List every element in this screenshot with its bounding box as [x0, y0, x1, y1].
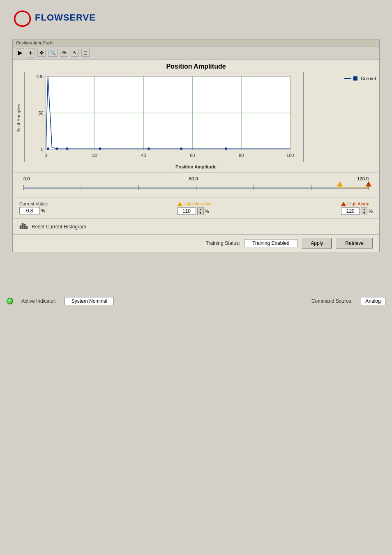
high-warning-down[interactable]: ▼	[198, 211, 203, 215]
chart-toolbar: ▶ + ✥ 🔍 ⊕ ↖ □	[13, 46, 379, 60]
high-warning-group: High Warning: ▲ ▼ %	[178, 201, 212, 215]
svg-rect-17	[56, 148, 58, 150]
high-warning-label-container: High Warning:	[178, 201, 212, 206]
svg-rect-16	[47, 148, 49, 150]
slider-tick-2	[138, 185, 139, 190]
legend-label: Current	[361, 76, 376, 81]
svg-rect-21	[180, 148, 182, 150]
reset-histogram-label: Reset Current Histogram	[32, 224, 86, 230]
cursor-button[interactable]: ↖	[71, 49, 79, 57]
separator-line	[12, 277, 380, 277]
svg-rect-23	[20, 226, 21, 229]
histogram-icon[interactable]	[19, 221, 28, 232]
chart-wrapper: % of Samples	[16, 72, 376, 164]
cross-button[interactable]: +	[27, 48, 35, 58]
training-status-value: Training Enabled	[244, 239, 297, 247]
command-source-value: Analog	[361, 297, 385, 305]
svg-text:100: 100	[36, 74, 44, 79]
high-alarm-group: High Alarm: ▲ ▼ %	[341, 201, 373, 215]
slider-tick-4	[254, 185, 254, 190]
current-value-input[interactable]	[19, 207, 40, 214]
logo-area: FLOWSERVE	[0, 0, 392, 35]
chart-title: Position Amplitude	[16, 63, 376, 70]
histogram-svg-icon	[19, 221, 28, 230]
svg-text:100: 100	[286, 153, 294, 158]
current-value-unit: %	[41, 208, 45, 213]
training-row: Training Status: Training Enabled Apply …	[13, 234, 379, 252]
slider-scale: 0.0 60.0 120.0	[19, 176, 373, 181]
svg-text:0: 0	[41, 147, 44, 152]
slider-tick-5	[311, 185, 311, 190]
svg-rect-22	[225, 148, 227, 150]
apply-button[interactable]: Apply	[302, 238, 332, 249]
high-warning-spinner[interactable]: ▲ ▼	[197, 207, 204, 215]
legend-color-line	[344, 78, 351, 79]
slider-max-label: 120.0	[357, 176, 369, 181]
status-bar: Active Indicator: System Nominal Command…	[0, 294, 392, 309]
panel-title: Position Amplitude	[13, 39, 379, 46]
alarm-triangle-icon	[341, 202, 346, 206]
svg-rect-25	[24, 224, 25, 229]
svg-text:40: 40	[141, 153, 146, 158]
high-alarm-down[interactable]: ▼	[361, 211, 367, 215]
slider-alarm-triangle	[366, 181, 371, 187]
values-row: Current Value: % High Warning: ▲	[13, 198, 379, 219]
high-alarm-spinner[interactable]: ▲ ▼	[361, 207, 367, 215]
current-value-input-group: %	[19, 207, 48, 214]
training-status-label: Training Status:	[206, 240, 240, 246]
flowserve-logo-icon	[12, 8, 33, 27]
current-value-label: Current Value:	[19, 201, 48, 206]
command-source-label: Command Source:	[311, 298, 353, 304]
zoom-in-button[interactable]: ⊕	[60, 49, 68, 56]
svg-text:50: 50	[39, 111, 44, 115]
svg-rect-24	[22, 223, 23, 229]
x-axis-label: Position Amplitude	[16, 164, 376, 169]
zoom-out-button[interactable]: 🔍	[48, 49, 58, 56]
logo-text-container: FLOWSERVE	[35, 12, 96, 23]
high-alarm-input[interactable]	[341, 207, 360, 215]
slider-tick-0	[23, 185, 24, 190]
active-indicator-value: System Nominal	[65, 297, 114, 305]
position-amplitude-panel: Position Amplitude ▶ + ✥ 🔍 ⊕ ↖ □ Positio…	[12, 39, 380, 252]
slider-tick-1	[81, 185, 81, 190]
current-value-group: Current Value: %	[19, 201, 48, 214]
high-warning-up[interactable]: ▲	[198, 207, 203, 211]
move-button[interactable]: ✥	[37, 49, 46, 57]
chart-svg: 100 50 0 0 20 40 60 80 100	[24, 72, 304, 162]
active-indicator-label: Active Indicator:	[21, 298, 56, 304]
svg-rect-26	[26, 226, 28, 229]
svg-text:20: 20	[92, 153, 97, 158]
chart-container: Position Amplitude % of Samples	[13, 60, 379, 173]
high-alarm-up[interactable]: ▲	[361, 207, 367, 211]
logo-text-serve: SERVE	[63, 12, 96, 23]
main-content: Position Amplitude ▶ + ✥ 🔍 ⊕ ↖ □ Positio…	[0, 35, 392, 265]
svg-rect-19	[99, 148, 101, 150]
active-indicator-dot	[7, 298, 13, 304]
svg-text:60: 60	[190, 153, 195, 158]
high-warning-unit: %	[205, 209, 209, 214]
high-alarm-label-container: High Alarm:	[341, 201, 373, 206]
slider-track-container	[23, 182, 369, 194]
logo-text-flow: FLOW	[35, 12, 63, 23]
legend-color-square	[353, 76, 357, 81]
high-alarm-unit: %	[369, 209, 373, 214]
flowserve-logo: FLOWSERVE	[12, 8, 380, 27]
high-warning-label: High Warning:	[184, 201, 212, 206]
legend-current: Current	[344, 76, 376, 81]
high-alarm-input-group: ▲ ▼ %	[341, 207, 373, 215]
play-button[interactable]: ▶	[16, 48, 24, 57]
rect-button[interactable]: □	[81, 49, 90, 57]
high-warning-input[interactable]	[178, 207, 196, 215]
high-alarm-label: High Alarm:	[347, 201, 371, 206]
warning-triangle-icon	[178, 202, 182, 206]
svg-rect-18	[66, 148, 68, 150]
high-warning-input-group: ▲ ▼ %	[178, 207, 212, 215]
y-axis-label: % of Samples	[16, 104, 21, 132]
chart-main: 100 50 0 0 20 40 60 80 100	[24, 72, 338, 164]
slider-tick-3	[196, 185, 196, 190]
slider-warning-triangle	[337, 181, 343, 187]
svg-text:80: 80	[239, 153, 244, 158]
retrieve-button[interactable]: Retrieve	[336, 238, 373, 249]
slider-section: 0.0 60.0 120.0	[13, 173, 379, 198]
slider-mid-label: 60.0	[189, 176, 198, 181]
